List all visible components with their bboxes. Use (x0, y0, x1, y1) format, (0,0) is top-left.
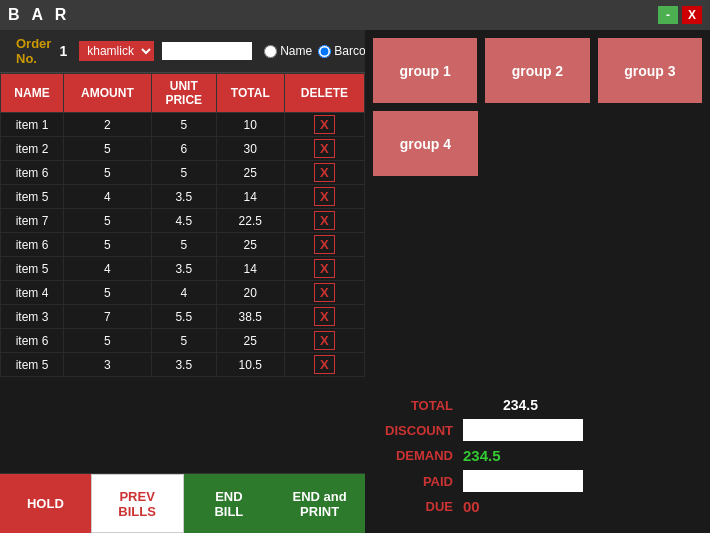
table-row: item 3 7 5.5 38.5 X (1, 305, 365, 329)
cell-unit-price: 6 (151, 137, 216, 161)
delete-button[interactable]: X (284, 353, 364, 377)
end-bill-label: END BILL (214, 489, 243, 519)
end-bill-button[interactable]: END BILL (184, 474, 275, 533)
cell-unit-price: 3.5 (151, 353, 216, 377)
table-row: item 5 4 3.5 14 X (1, 257, 365, 281)
cell-amount: 2 (64, 113, 152, 137)
cell-amount: 5 (64, 209, 152, 233)
paid-input[interactable] (463, 470, 583, 492)
group3-button[interactable]: group 3 (598, 38, 702, 103)
total-row: TOTAL 234.5 (373, 397, 702, 413)
delete-button[interactable]: X (284, 113, 364, 137)
cell-amount: 5 (64, 329, 152, 353)
delete-button[interactable]: X (284, 281, 364, 305)
cell-unit-price: 5.5 (151, 305, 216, 329)
cell-total: 10.5 (216, 353, 284, 377)
cell-total: 25 (216, 161, 284, 185)
table-row: item 1 2 5 10 X (1, 113, 365, 137)
order-bar: Order No. 1 khamlick Name Barcode (0, 30, 365, 73)
group1-button[interactable]: group 1 (373, 38, 477, 103)
group2-label: group 2 (512, 63, 563, 79)
cell-amount: 4 (64, 185, 152, 209)
delete-button[interactable]: X (284, 257, 364, 281)
order-dropdown[interactable]: khamlick (79, 41, 154, 61)
cell-unit-price: 3.5 (151, 185, 216, 209)
group4-button[interactable]: group 4 (373, 111, 478, 176)
total-label: TOTAL (373, 398, 453, 413)
table-header-row: NAME AMOUNT UNITPRICE TOTAL DELETE (1, 74, 365, 113)
cell-total: 14 (216, 185, 284, 209)
cell-amount: 4 (64, 257, 152, 281)
cell-amount: 5 (64, 281, 152, 305)
cell-name: item 7 (1, 209, 64, 233)
table-row: item 6 5 5 25 X (1, 161, 365, 185)
cell-unit-price: 5 (151, 113, 216, 137)
demand-label: DEMAND (373, 448, 453, 463)
order-table: NAME AMOUNT UNITPRICE TOTAL DELETE item … (0, 73, 365, 377)
cell-name: item 5 (1, 353, 64, 377)
main-area: Order No. 1 khamlick Name Barcode (0, 30, 710, 533)
cell-total: 25 (216, 329, 284, 353)
cell-name: item 4 (1, 281, 64, 305)
cell-name: item 3 (1, 305, 64, 329)
cell-amount: 7 (64, 305, 152, 329)
delete-button[interactable]: X (284, 209, 364, 233)
order-number: 1 (59, 43, 67, 59)
hold-button[interactable]: HOLD (0, 474, 91, 533)
summary-section: TOTAL 234.5 DISCOUNT DEMAND 234.5 PAID D… (373, 393, 702, 525)
table-row: item 4 5 4 20 X (1, 281, 365, 305)
cell-name: item 6 (1, 161, 64, 185)
cell-name: item 1 (1, 113, 64, 137)
cell-amount: 3 (64, 353, 152, 377)
cell-total: 30 (216, 137, 284, 161)
delete-button[interactable]: X (284, 329, 364, 353)
cell-unit-price: 5 (151, 161, 216, 185)
cell-amount: 5 (64, 233, 152, 257)
cell-total: 22.5 (216, 209, 284, 233)
close-button[interactable]: X (682, 6, 702, 24)
table-row: item 5 3 3.5 10.5 X (1, 353, 365, 377)
cell-name: item 6 (1, 329, 64, 353)
cell-name: item 6 (1, 233, 64, 257)
group1-label: group 1 (399, 63, 450, 79)
delete-button[interactable]: X (284, 233, 364, 257)
paid-label: PAID (373, 474, 453, 489)
table-row: item 6 5 5 25 X (1, 233, 365, 257)
cell-total: 14 (216, 257, 284, 281)
cell-unit-price: 4 (151, 281, 216, 305)
cell-unit-price: 4.5 (151, 209, 216, 233)
app-title: B A R (8, 6, 70, 24)
group3-label: group 3 (624, 63, 675, 79)
order-label: Order No. (16, 36, 51, 66)
delete-button[interactable]: X (284, 185, 364, 209)
discount-input[interactable] (463, 419, 583, 441)
cell-name: item 2 (1, 137, 64, 161)
due-value: 00 (463, 498, 480, 515)
col-amount: AMOUNT (64, 74, 152, 113)
end-print-button[interactable]: END and PRINT (274, 474, 365, 533)
group4-label: group 4 (400, 136, 451, 152)
left-panel: Order No. 1 khamlick Name Barcode (0, 30, 365, 533)
discount-label: DISCOUNT (373, 423, 453, 438)
table-row: item 5 4 3.5 14 X (1, 185, 365, 209)
discount-row: DISCOUNT (373, 419, 702, 441)
order-search-input[interactable] (162, 42, 252, 60)
table-body: item 1 2 5 10 X item 2 5 6 30 X item 6 5… (1, 113, 365, 377)
delete-button[interactable]: X (284, 161, 364, 185)
demand-row: DEMAND 234.5 (373, 447, 702, 464)
col-unit-price: UNITPRICE (151, 74, 216, 113)
due-label: DUE (373, 499, 453, 514)
delete-button[interactable]: X (284, 305, 364, 329)
group-buttons: group 1 group 2 group 3 (373, 38, 702, 103)
right-panel: group 1 group 2 group 3 group 4 TOTAL 23… (365, 30, 710, 533)
prev-bills-label: PREV BILLS (118, 489, 156, 519)
delete-button[interactable]: X (284, 137, 364, 161)
name-radio[interactable] (264, 45, 277, 58)
group2-button[interactable]: group 2 (485, 38, 589, 103)
name-radio-label[interactable]: Name (264, 44, 312, 58)
table-row: item 7 5 4.5 22.5 X (1, 209, 365, 233)
prev-bills-button[interactable]: PREV BILLS (91, 474, 184, 533)
minimize-button[interactable]: - (658, 6, 678, 24)
barcode-radio[interactable] (318, 45, 331, 58)
titlebar: B A R - X (0, 0, 710, 30)
